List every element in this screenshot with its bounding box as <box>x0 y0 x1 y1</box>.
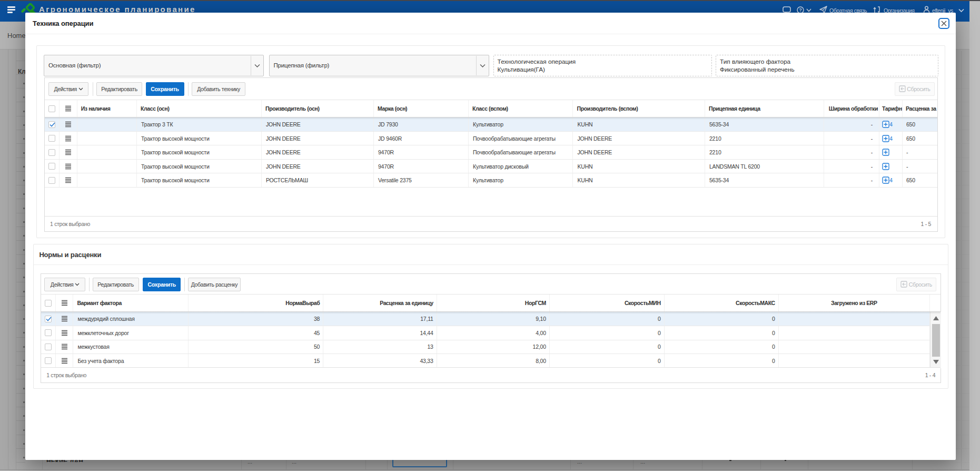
svg-text:?: ? <box>799 7 802 13</box>
